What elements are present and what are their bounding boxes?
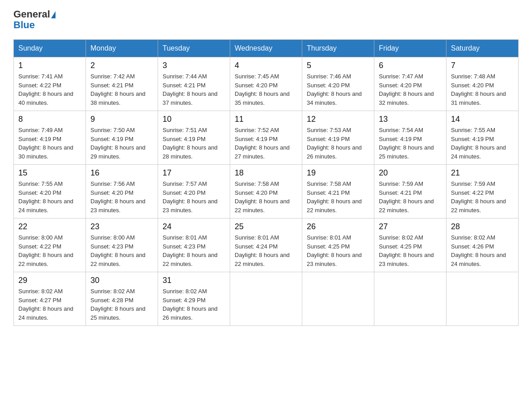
logo: General Blue xyxy=(13,9,56,30)
day-number: 9 xyxy=(90,115,153,124)
calendar-day-cell: 18 Sunrise: 7:58 AM Sunset: 4:20 PM Dayl… xyxy=(230,165,302,218)
day-info: Sunrise: 8:00 AM Sunset: 4:23 PM Dayligh… xyxy=(90,233,153,268)
day-number: 14 xyxy=(451,115,514,124)
calendar-week-row: 22 Sunrise: 8:00 AM Sunset: 4:22 PM Dayl… xyxy=(14,218,519,272)
day-info: Sunrise: 7:42 AM Sunset: 4:21 PM Dayligh… xyxy=(90,72,153,107)
calendar-day-cell: 31 Sunrise: 8:02 AM Sunset: 4:29 PM Dayl… xyxy=(158,272,230,326)
day-number: 28 xyxy=(451,222,514,231)
day-info: Sunrise: 7:52 AM Sunset: 4:19 PM Dayligh… xyxy=(235,126,297,161)
calendar-day-cell xyxy=(374,272,446,326)
day-info: Sunrise: 7:54 AM Sunset: 4:19 PM Dayligh… xyxy=(379,126,442,161)
calendar-day-cell: 9 Sunrise: 7:50 AM Sunset: 4:19 PM Dayli… xyxy=(86,111,158,165)
day-info: Sunrise: 7:41 AM Sunset: 4:22 PM Dayligh… xyxy=(18,72,81,107)
day-number: 16 xyxy=(90,168,153,178)
calendar-day-cell: 15 Sunrise: 7:55 AM Sunset: 4:20 PM Dayl… xyxy=(14,165,86,218)
calendar-day-cell: 11 Sunrise: 7:52 AM Sunset: 4:19 PM Dayl… xyxy=(230,111,302,165)
calendar-day-cell: 20 Sunrise: 7:59 AM Sunset: 4:21 PM Dayl… xyxy=(374,165,446,218)
calendar-day-cell xyxy=(230,272,302,326)
day-number: 11 xyxy=(235,115,297,124)
day-info: Sunrise: 7:50 AM Sunset: 4:19 PM Dayligh… xyxy=(90,126,153,161)
col-monday: Monday xyxy=(86,40,158,57)
day-info: Sunrise: 7:47 AM Sunset: 4:20 PM Dayligh… xyxy=(379,72,442,107)
calendar-day-cell: 26 Sunrise: 8:01 AM Sunset: 4:25 PM Dayl… xyxy=(302,218,374,272)
col-saturday: Saturday xyxy=(446,40,519,57)
day-number: 25 xyxy=(235,222,297,231)
col-thursday: Thursday xyxy=(302,40,374,57)
day-number: 20 xyxy=(379,168,442,178)
day-info: Sunrise: 7:56 AM Sunset: 4:20 PM Dayligh… xyxy=(90,180,153,214)
calendar-day-cell: 23 Sunrise: 8:00 AM Sunset: 4:23 PM Dayl… xyxy=(86,218,158,272)
day-number: 10 xyxy=(163,115,225,124)
day-info: Sunrise: 7:55 AM Sunset: 4:19 PM Dayligh… xyxy=(451,126,514,161)
calendar-day-cell: 6 Sunrise: 7:47 AM Sunset: 4:20 PM Dayli… xyxy=(374,57,446,111)
day-info: Sunrise: 7:51 AM Sunset: 4:19 PM Dayligh… xyxy=(163,126,225,161)
day-number: 27 xyxy=(379,222,442,231)
calendar-week-row: 29 Sunrise: 8:02 AM Sunset: 4:27 PM Dayl… xyxy=(14,272,519,326)
calendar-day-cell: 17 Sunrise: 7:57 AM Sunset: 4:20 PM Dayl… xyxy=(158,165,230,218)
day-number: 26 xyxy=(307,222,369,231)
calendar-day-cell: 22 Sunrise: 8:00 AM Sunset: 4:22 PM Dayl… xyxy=(14,218,86,272)
day-info: Sunrise: 7:58 AM Sunset: 4:21 PM Dayligh… xyxy=(307,180,369,214)
day-info: Sunrise: 8:02 AM Sunset: 4:26 PM Dayligh… xyxy=(451,233,514,268)
day-info: Sunrise: 7:58 AM Sunset: 4:20 PM Dayligh… xyxy=(235,180,297,214)
col-wednesday: Wednesday xyxy=(230,40,302,57)
calendar-week-row: 15 Sunrise: 7:55 AM Sunset: 4:20 PM Dayl… xyxy=(14,165,519,218)
calendar-day-cell xyxy=(302,272,374,326)
calendar-day-cell: 29 Sunrise: 8:02 AM Sunset: 4:27 PM Dayl… xyxy=(14,272,86,326)
day-info: Sunrise: 8:02 AM Sunset: 4:25 PM Dayligh… xyxy=(379,233,442,268)
day-number: 18 xyxy=(235,168,297,178)
col-tuesday: Tuesday xyxy=(158,40,230,57)
calendar-week-row: 8 Sunrise: 7:49 AM Sunset: 4:19 PM Dayli… xyxy=(14,111,519,165)
day-info: Sunrise: 7:45 AM Sunset: 4:20 PM Dayligh… xyxy=(235,72,297,107)
day-number: 22 xyxy=(18,222,81,231)
day-info: Sunrise: 7:59 AM Sunset: 4:21 PM Dayligh… xyxy=(379,180,442,214)
calendar-day-cell: 2 Sunrise: 7:42 AM Sunset: 4:21 PM Dayli… xyxy=(86,57,158,111)
day-number: 13 xyxy=(379,115,442,124)
day-info: Sunrise: 7:46 AM Sunset: 4:20 PM Dayligh… xyxy=(307,72,369,107)
calendar-table: Sunday Monday Tuesday Wednesday Thursday… xyxy=(13,39,519,326)
calendar-day-cell: 10 Sunrise: 7:51 AM Sunset: 4:19 PM Dayl… xyxy=(158,111,230,165)
calendar-day-cell: 25 Sunrise: 8:01 AM Sunset: 4:24 PM Dayl… xyxy=(230,218,302,272)
calendar-day-cell: 30 Sunrise: 8:02 AM Sunset: 4:28 PM Dayl… xyxy=(86,272,158,326)
day-number: 15 xyxy=(18,168,81,178)
day-number: 21 xyxy=(451,168,514,178)
day-info: Sunrise: 7:55 AM Sunset: 4:20 PM Dayligh… xyxy=(18,180,81,214)
day-number: 23 xyxy=(90,222,153,231)
day-info: Sunrise: 8:01 AM Sunset: 4:25 PM Dayligh… xyxy=(307,233,369,268)
day-number: 19 xyxy=(307,168,369,178)
day-info: Sunrise: 7:59 AM Sunset: 4:22 PM Dayligh… xyxy=(451,180,514,214)
day-info: Sunrise: 7:48 AM Sunset: 4:20 PM Dayligh… xyxy=(451,72,514,107)
calendar-day-cell: 13 Sunrise: 7:54 AM Sunset: 4:19 PM Dayl… xyxy=(374,111,446,165)
day-number: 6 xyxy=(379,61,442,70)
day-number: 30 xyxy=(90,276,153,285)
day-info: Sunrise: 7:57 AM Sunset: 4:20 PM Dayligh… xyxy=(163,180,225,214)
day-number: 5 xyxy=(307,61,369,70)
day-number: 17 xyxy=(163,168,225,178)
calendar-day-cell: 24 Sunrise: 8:01 AM Sunset: 4:23 PM Dayl… xyxy=(158,218,230,272)
day-number: 31 xyxy=(163,276,225,285)
day-number: 3 xyxy=(163,61,225,70)
calendar-day-cell: 16 Sunrise: 7:56 AM Sunset: 4:20 PM Dayl… xyxy=(86,165,158,218)
calendar-day-cell: 1 Sunrise: 7:41 AM Sunset: 4:22 PM Dayli… xyxy=(14,57,86,111)
calendar-week-row: 1 Sunrise: 7:41 AM Sunset: 4:22 PM Dayli… xyxy=(14,57,519,111)
day-number: 29 xyxy=(18,276,81,285)
day-info: Sunrise: 7:44 AM Sunset: 4:21 PM Dayligh… xyxy=(163,72,225,107)
day-number: 12 xyxy=(307,115,369,124)
day-info: Sunrise: 7:49 AM Sunset: 4:19 PM Dayligh… xyxy=(18,126,81,161)
calendar-day-cell xyxy=(446,272,519,326)
calendar-day-cell: 4 Sunrise: 7:45 AM Sunset: 4:20 PM Dayli… xyxy=(230,57,302,111)
day-info: Sunrise: 8:02 AM Sunset: 4:29 PM Dayligh… xyxy=(163,287,225,322)
page-header: General Blue xyxy=(13,9,519,30)
calendar-day-cell: 28 Sunrise: 8:02 AM Sunset: 4:26 PM Dayl… xyxy=(446,218,519,272)
calendar-day-cell: 27 Sunrise: 8:02 AM Sunset: 4:25 PM Dayl… xyxy=(374,218,446,272)
day-info: Sunrise: 8:02 AM Sunset: 4:28 PM Dayligh… xyxy=(90,287,153,322)
day-info: Sunrise: 7:53 AM Sunset: 4:19 PM Dayligh… xyxy=(307,126,369,161)
logo-triangle-icon xyxy=(51,11,56,18)
day-number: 7 xyxy=(451,61,514,70)
calendar-day-cell: 14 Sunrise: 7:55 AM Sunset: 4:19 PM Dayl… xyxy=(446,111,519,165)
calendar-day-cell: 19 Sunrise: 7:58 AM Sunset: 4:21 PM Dayl… xyxy=(302,165,374,218)
day-number: 8 xyxy=(18,115,81,124)
col-friday: Friday xyxy=(374,40,446,57)
calendar-day-cell: 8 Sunrise: 7:49 AM Sunset: 4:19 PM Dayli… xyxy=(14,111,86,165)
day-number: 4 xyxy=(235,61,297,70)
